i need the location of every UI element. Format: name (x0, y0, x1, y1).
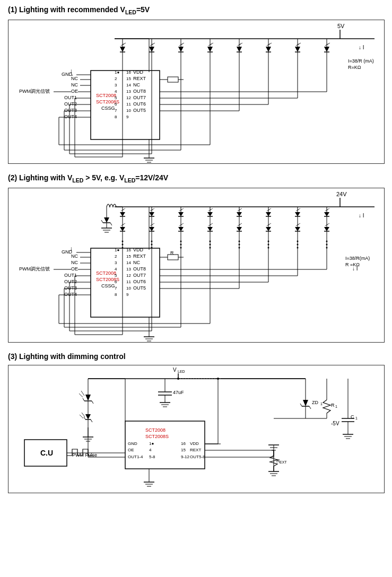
c1-label-3: C (351, 414, 354, 419)
ic-box-1 (91, 71, 160, 139)
formula-2: I=38/R(mA) (345, 256, 370, 261)
pin-6-2: 6 (115, 279, 117, 284)
pin-1-2: 1● (115, 248, 119, 252)
formula-1b: R=KΩ (348, 65, 361, 70)
svg-line-218 (110, 223, 112, 225)
svg-line-150 (210, 223, 213, 225)
svg-line-279 (92, 401, 93, 404)
nc2-1: NC (71, 82, 78, 88)
zd1-sub-3: 1 (320, 402, 323, 406)
rpin11-2: 11 (126, 279, 131, 284)
led-b3-2 (178, 222, 184, 237)
svg-line-310 (300, 404, 302, 406)
svg-marker-206 (324, 227, 329, 231)
svg-marker-308 (303, 400, 308, 406)
led-t2-2 (149, 207, 154, 222)
led4 (207, 39, 213, 60)
svg-line-31 (239, 43, 242, 45)
svg-line-286 (84, 417, 85, 419)
pin-3-2: 3 (115, 260, 117, 265)
circuit-3: V LED 47uF (8, 365, 385, 493)
svg-marker-125 (178, 212, 184, 216)
vled-label-3: V (173, 367, 177, 373)
nc2-2: NC (71, 260, 78, 265)
rext-label-2: REXT (133, 253, 146, 259)
pin-2-1: 2 (115, 76, 117, 81)
pin-5-2: 5 (115, 273, 117, 278)
svg-marker-101 (120, 227, 125, 231)
out7-label-1: OUT7 (133, 95, 146, 100)
cu-label-3: C.U (40, 449, 53, 457)
svg-marker-95 (120, 212, 125, 216)
vdd-label-1: VDD (133, 69, 144, 75)
led7 (295, 39, 301, 60)
svg-line-289 (80, 415, 83, 418)
svg-marker-200 (324, 212, 329, 216)
rpin10-1: 10 (126, 108, 131, 113)
ic-name-3a: SCT2008 (145, 427, 165, 433)
svg-marker-3 (120, 47, 125, 52)
out7-label-2: OUT7 (133, 273, 146, 278)
led-b4-2 (207, 222, 213, 237)
svg-line-135 (181, 223, 184, 225)
rpin9-2: 9 (126, 292, 129, 297)
out8-label-2: OUT8 (133, 266, 146, 272)
ic-box-2 (91, 248, 160, 317)
svg-marker-146 (207, 227, 213, 231)
out14-pin-3: OUT1-4 (128, 454, 143, 459)
svg-marker-176 (266, 227, 271, 231)
rpin912-3: 9-12 (181, 454, 190, 459)
section-1: (1) Lighting with recommended VLED=5V 5V… (8, 5, 384, 164)
page: (1) Lighting with recommended VLED=5V 5V… (0, 0, 392, 508)
oe-2: OE (71, 266, 78, 272)
svg-marker-39 (295, 47, 300, 52)
svg-line-195 (298, 223, 300, 225)
rpin16-2: 16 (126, 248, 131, 252)
neg5v-label-3: -5V (331, 421, 339, 426)
svg-line-210 (327, 223, 329, 225)
oe-pin-3: OE (128, 448, 134, 452)
section-2-title: (2) Lighting with VLED > 5V, e.g. VLED=1… (8, 173, 384, 183)
voltage-label-1: 5V (337, 23, 345, 29)
r-label-2: R (170, 250, 174, 256)
pin-6-1: 6 (115, 102, 117, 107)
svg-line-129 (181, 208, 184, 210)
rnc-label-1: NC (133, 82, 140, 88)
svg-marker-9 (149, 47, 154, 52)
led-b6-2 (266, 222, 271, 237)
svg-line-278 (83, 398, 84, 401)
lpin58-3: 5-8 (149, 454, 155, 459)
rext-label-1: REXT (133, 76, 146, 81)
pin-8-1: 8 (115, 115, 117, 119)
rext-pin-3: REXT (190, 448, 201, 452)
svg-marker-170 (266, 212, 271, 216)
led-b7-2 (295, 222, 300, 237)
led-t6-2 (266, 207, 271, 222)
led-b8-2 (324, 222, 329, 237)
out5-label-1: OUT5 (133, 108, 146, 113)
nc1-1: NC (71, 76, 78, 81)
rpin13-2: 13 (126, 267, 131, 272)
led1 (120, 39, 126, 60)
svg-marker-161 (237, 227, 242, 231)
section-3-title: (3) Lighting with dimming control (8, 352, 384, 361)
svg-line-204 (327, 208, 329, 210)
r1-label-3: R (331, 403, 335, 408)
led2 (149, 39, 155, 60)
zd1-label-3: ZD (312, 400, 318, 405)
rpin14-2: 14 (126, 260, 131, 265)
svg-marker-215 (104, 217, 109, 223)
out5-label-2: OUT5 (133, 285, 146, 291)
svg-marker-284 (85, 414, 91, 419)
pin-3-1: 3 (115, 83, 117, 88)
circuit-1-svg: 5V ↓ I (8, 20, 385, 163)
rpin12-1: 12 (126, 95, 131, 100)
svg-line-19 (181, 43, 184, 45)
current-arrow-1: ↓ I (359, 45, 364, 50)
cap-label-3: 47uF (173, 390, 184, 395)
circuit-2: 24V ↓ I (8, 188, 385, 343)
svg-line-120 (152, 223, 154, 225)
svg-marker-45 (324, 47, 329, 52)
rpin15-1: 15 (126, 76, 131, 81)
led8 (324, 39, 330, 60)
